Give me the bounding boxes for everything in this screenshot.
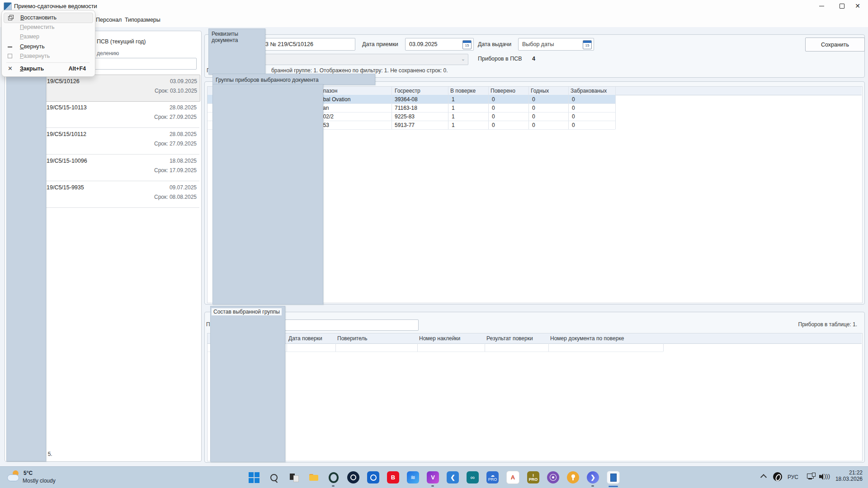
db-coil-icon[interactable]: ≋ [407, 471, 419, 483]
cell-good: 0 [532, 105, 535, 111]
col-verifier[interactable]: Поверитель [337, 335, 367, 342]
cloud-pro-icon[interactable]: ☁PRO [486, 471, 499, 483]
document-date: 28.08.2025 [170, 104, 197, 111]
menu-item-typesizes[interactable]: Типоразмеры [123, 16, 162, 24]
file-explorer-icon[interactable] [307, 471, 320, 483]
document-term: Срок: 08.08.2025 [154, 194, 197, 200]
weather-widget[interactable]: 5°C Mostly cloudy [6, 469, 88, 486]
weather-temp: 5°C [24, 470, 33, 476]
letter-a-icon[interactable]: A [506, 471, 519, 484]
ghost-panel-composition [210, 306, 285, 462]
document-term: Срок: 17.09.2025 [154, 167, 197, 174]
terminal-icon[interactable]: ❯ [587, 471, 599, 483]
windows-start-icon[interactable] [248, 471, 260, 483]
outlook-icon[interactable] [367, 471, 379, 483]
calendar-icon[interactable]: 15 [583, 40, 592, 49]
menu-bar: Персонал Типоразмеры [0, 12, 868, 28]
cell-inverif: 1 [452, 96, 455, 103]
desktop: Приемо-сдаточные ведомости ✕ Персонал Ти… [0, 0, 868, 488]
menu-item-minimize[interactable]: Свернуть [4, 42, 92, 52]
documents-filter-label-fragment: делению [97, 50, 119, 56]
documents-panel: ПСВ (текущий год) делению 19/C5/10126 03… [5, 31, 202, 462]
chevron-down-icon: ⌄ [461, 56, 465, 62]
document-date: 03.09.2025 [170, 78, 197, 84]
psv-app-active-icon[interactable] [607, 471, 620, 484]
ghost-panel-requisites: Реквизиты документа [208, 28, 265, 75]
col-verif-date[interactable]: Дата поверки [288, 335, 322, 342]
col-rejected[interactable]: Забракованых [571, 88, 607, 94]
col-verified[interactable]: Поверено [491, 88, 515, 94]
arduino-icon[interactable]: ∞ [467, 471, 479, 483]
composition-grid: Дата поверки Поверитель Номер наклейки Р… [207, 333, 863, 461]
document-list-item[interactable]: 19/C5/10126 03.09.2025 Срок: 03.10.2025 [42, 75, 200, 102]
fingerprint-app-icon[interactable] [547, 471, 559, 483]
composition-search-input[interactable] [285, 319, 419, 331]
col-good[interactable]: Годных [531, 88, 549, 94]
opera-icon[interactable] [327, 471, 340, 483]
taskbar: 5°C Mostly cloudy B ≋ V ❮ ∞ ☁PRO A [0, 466, 868, 488]
composition-groupbox: П Приборов в таблице: 1. Дата поверки По… [204, 312, 865, 463]
col-inverif[interactable]: В поверке [450, 88, 476, 94]
tray-time: 21:22 [833, 469, 863, 476]
vscode-icon[interactable]: ❮ [447, 471, 459, 483]
close-button[interactable]: ✕ [847, 0, 868, 12]
steam-icon[interactable] [347, 471, 359, 483]
group-info-line: бранной группе: 1. Отображено по фильтру… [271, 67, 448, 74]
save-button[interactable]: Сохранить [805, 38, 865, 52]
system-menu: Восстановить Переместить Размер Свернуть… [1, 10, 95, 77]
minimize-button[interactable] [811, 0, 832, 12]
col-sticker[interactable]: Номер наклейки [419, 335, 460, 342]
search-icon[interactable] [268, 471, 280, 483]
document-list-item[interactable]: 19/C5/15-9935 09.07.2025 Срок: 08.08.202… [42, 181, 199, 208]
requisites-groupbox: Дата приемки 03.09.2025 15 Дата выдачи В… [204, 34, 865, 78]
app-b-red-icon[interactable]: B [387, 471, 399, 483]
tray-opera-icon[interactable] [773, 472, 782, 481]
issue-date-input[interactable]: Выбор даты 15 [518, 38, 594, 51]
document-list-item[interactable]: 19/C5/15-10113 28.08.2025 Срок: 27.09.20… [42, 101, 199, 128]
document-list-item[interactable]: 19/C5/15/10112 28.08.2025 Срок: 27.09.20… [42, 128, 199, 155]
cell-name: obal Ovation [320, 96, 350, 103]
language-indicator[interactable]: РУС [788, 474, 798, 480]
network-icon[interactable] [807, 473, 816, 481]
calendar-icon[interactable]: 15 [462, 40, 472, 49]
close-icon: ✕ [8, 66, 13, 71]
i-pro-icon[interactable]: IPRO [527, 471, 539, 483]
composition-grid-header: Дата поверки Поверитель Номер наклейки Р… [208, 333, 862, 344]
cell-registry: 71163-18 [395, 105, 417, 111]
menu-item-restore[interactable]: Восстановить [4, 13, 93, 23]
tray-chevron-up-icon[interactable] [761, 473, 768, 479]
maximize-icon [8, 53, 13, 59]
menu-item-move[interactable]: Переместить [4, 23, 92, 32]
col-doc-number[interactable]: Номер документа по поверке [550, 335, 624, 342]
menu-item-personal[interactable]: Персонал [94, 16, 123, 24]
menu-shortcut: Alt+F4 [68, 66, 86, 72]
key-app-icon[interactable] [567, 471, 579, 483]
acceptance-date-value: 03.09.2025 [409, 41, 438, 47]
speaker-icon[interactable]: ))) [819, 473, 829, 480]
task-switcher-icon[interactable] [288, 471, 300, 483]
document-number: 19/C5/15-10096 [47, 158, 87, 164]
col-registry[interactable]: Госреестр [395, 88, 420, 94]
document-date: 09.07.2025 [170, 184, 197, 191]
app-icon [4, 2, 12, 10]
document-list-item[interactable]: 19/C5/15-10096 18.08.2025 Срок: 17.09.20… [42, 155, 199, 181]
menu-item-maximize[interactable]: Развернуть [4, 52, 92, 61]
minimize-icon [8, 44, 13, 49]
tray-date: 18.03.2026 [833, 476, 863, 482]
visual-studio-icon[interactable]: V [427, 471, 439, 483]
cell-good: 0 [532, 113, 535, 120]
clock-widget[interactable]: 21:22 18.03.2026 [833, 469, 863, 485]
cell-verified: 0 [492, 122, 495, 128]
menu-separator [6, 62, 90, 63]
document-term: Срок: 27.09.2025 [154, 141, 197, 147]
cell-registry: 5913-77 [395, 122, 415, 128]
weather-condition: Mostly cloudy [23, 478, 56, 484]
restore-icon [8, 15, 14, 20]
composition-group-title: Состав выбранной группы [212, 308, 282, 315]
window-title: Приемо-сдаточные ведомости [14, 3, 97, 9]
document-term: Срок: 27.09.2025 [154, 114, 197, 120]
menu-item-size[interactable]: Размер [4, 32, 92, 42]
acceptance-date-input[interactable]: 03.09.2025 15 [405, 38, 474, 51]
col-result[interactable]: Результат поверки [486, 335, 533, 342]
menu-item-close[interactable]: ✕ Закрыть Alt+F4 [4, 64, 92, 74]
